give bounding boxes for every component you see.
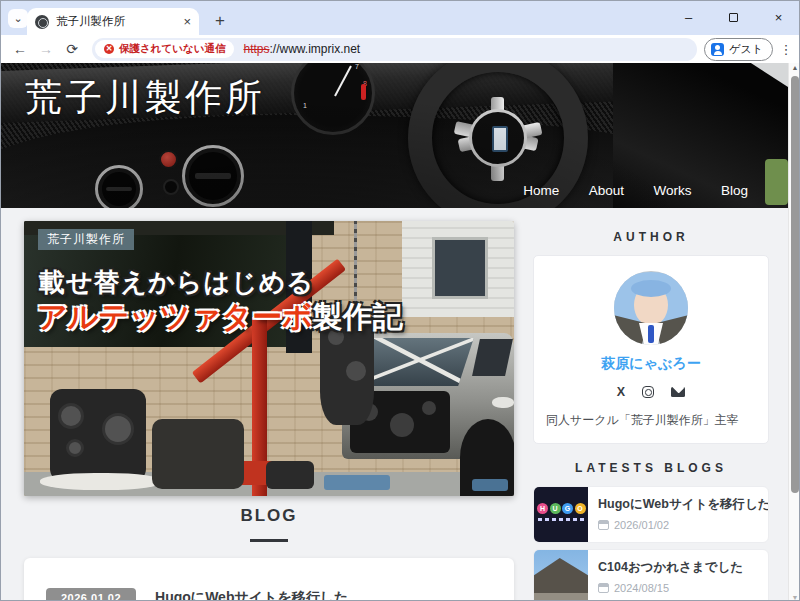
minimize-icon: – [685,10,692,25]
back-icon: ← [13,41,27,57]
blue-tarp [324,475,390,490]
blocked-icon: ✕ [104,44,114,54]
forward-icon: → [39,41,53,57]
blog-section-heading: BLOG [24,506,514,526]
reload-button[interactable]: ⟳ [59,41,85,57]
latest-blogs-heading: LATESTS BLOGS [533,461,769,475]
featured-post-image[interactable]: 荒子川製作所 載せ替えからはじめる アルテッツァターボ製作記 [24,221,514,496]
window-controls: – × [666,1,800,33]
nav-works[interactable]: Works [654,183,692,198]
heading-divider [250,539,288,542]
address-bar[interactable]: ✕ 保護されていない通信 https://www.imprix.net [92,38,697,61]
author-byline: 同人サークル「荒子川製作所」主宰 [546,412,756,429]
profile-button[interactable]: ゲスト [704,38,773,61]
chevron-down-icon: ⌄ [13,12,22,25]
url-rest: ://www.imprix.net [270,42,361,56]
tab-title: 荒子川製作所 [56,14,176,29]
reload-icon: ⟳ [66,41,78,57]
nav-about[interactable]: About [589,183,624,198]
new-tab-button[interactable]: + [207,8,233,34]
url-scheme: https [243,42,269,56]
nav-home[interactable]: Home [523,183,559,198]
ground-cloth [40,473,162,490]
image-badge: 荒子川製作所 [38,229,134,250]
hugo-thumbnail: H U G O [534,487,588,542]
profile-label: ゲスト [729,42,763,57]
engine-on-ground [50,389,146,481]
site-header-image: 1 7 8 荒子川製作所 Home About Works [1,63,788,208]
main-column: 荒子川製作所 載せ替えからはじめる アルテッツァターボ製作記 BLOG 2026… [24,221,514,601]
maximize-icon [729,13,738,22]
browser-toolbar: ← → ⟳ ✕ 保護されていない通信 https://www.imprix.ne… [1,35,800,63]
back-button[interactable]: ← [7,41,33,57]
house-window [432,237,488,299]
mail-icon[interactable] [671,387,685,397]
sidebar-post[interactable]: C104おつかれさまでした 2024/08/15 [533,549,769,601]
car-headlight [492,397,514,408]
security-warning-label: 保護されていない通信 [119,42,225,56]
sidebar-post-date: 2024/08/15 [614,582,669,594]
author-heading: AUTHOR [533,230,769,244]
c104-thumbnail [534,550,588,601]
engine-part [266,461,314,489]
transmission [152,419,244,489]
instagram-icon[interactable] [642,386,654,398]
blue-tarp [472,479,508,491]
site-nav: Home About Works Blog [498,181,748,199]
post-date-badge: 2026.01.02 [46,588,136,601]
caption-accent: アルテッツァターボ [37,300,313,333]
sidebar-post[interactable]: H U G O HugoにWebサイトを移行した 2026/01/02 [533,486,769,543]
browser-window: ⌄ 荒子川製作所 × + – × ← → ⟳ ✕ 保護されていない通信 http… [0,0,800,601]
blog-list-item[interactable]: 2026.01.02 HugoにWebサイトを移行した [24,558,514,601]
url-text: https://www.imprix.net [243,42,360,56]
author-name-link[interactable]: 萩原にゃぶろー [546,355,756,373]
caption-rest: 製作記 [313,300,403,333]
browser-titlebar: ⌄ 荒子川製作所 × + – × [1,1,800,35]
scrollbar-thumb[interactable] [791,76,799,493]
tab-search-button[interactable]: ⌄ [8,9,28,28]
plus-icon: + [215,11,225,31]
kebab-icon: ⋮ [780,42,793,57]
page-content: 荒子川製作所 載せ替えからはじめる アルテッツァターボ製作記 BLOG 2026… [1,208,788,601]
guest-avatar-icon [711,43,724,56]
minimize-button[interactable]: – [666,1,711,33]
sidebar: AUTHOR 萩原にゃぶろー X 同人サークル「荒子川製作所」主宰 LATEST… [533,221,769,601]
sidebar-post-title[interactable]: C104おつかれさまでした [598,559,758,576]
browser-tab[interactable]: 荒子川製作所 × [27,8,199,35]
page-viewport: 1 7 8 荒子川製作所 Home About Works [1,63,800,601]
author-card: 萩原にゃぶろー X 同人サークル「荒子川製作所」主宰 [533,255,769,444]
scroll-down-icon[interactable]: ▼ [789,594,800,601]
sidebar-post-date: 2026/01/02 [614,519,669,531]
social-links: X [546,385,756,399]
forward-button[interactable]: → [33,41,59,57]
scroll-up-icon[interactable]: ▲ [789,64,800,71]
post-title-link[interactable]: HugoにWebサイトを移行した [155,589,348,601]
close-button[interactable]: × [756,1,800,33]
site-title: 荒子川製作所 [25,73,265,123]
site-favicon-icon [35,15,49,29]
calendar-icon [598,520,609,530]
image-caption-line1: 載せ替えからはじめる [39,265,314,300]
scrollbar[interactable]: ▲ ▼ [788,63,800,601]
maximize-button[interactable] [711,1,756,33]
image-caption-line2: アルテッツァターボ製作記 [37,297,403,338]
author-avatar [614,271,688,345]
close-icon: × [775,10,783,25]
calendar-icon [598,583,609,593]
browser-menu-button[interactable]: ⋮ [777,42,795,57]
x-icon[interactable]: X [617,386,625,399]
sidebar-post-title[interactable]: HugoにWebサイトを移行した [598,496,769,513]
nav-blog[interactable]: Blog [721,183,748,198]
tab-close-icon[interactable]: × [183,14,191,29]
security-warning-chip[interactable]: ✕ 保護されていない通信 [95,40,234,58]
